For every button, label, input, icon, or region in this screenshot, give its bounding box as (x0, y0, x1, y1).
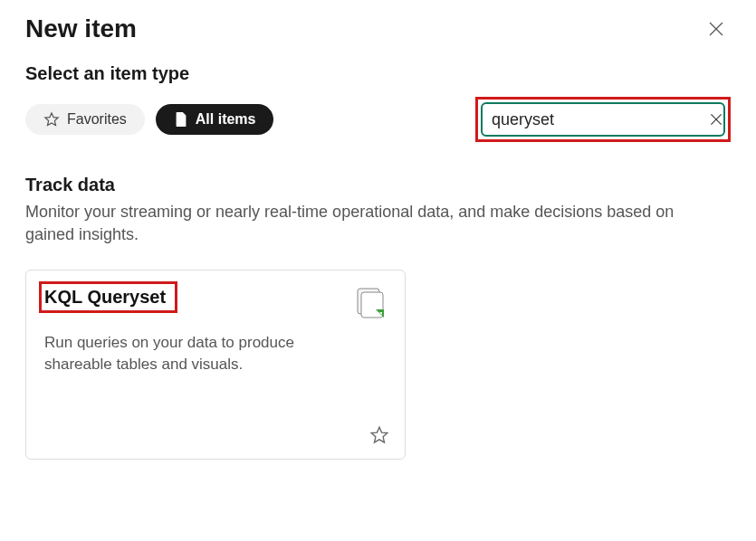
item-card-kql-queryset[interactable]: KQL Queryset Run queries on your data to… (25, 270, 406, 460)
all-items-label: All items (196, 111, 256, 128)
clear-search-button[interactable] (709, 109, 723, 129)
card-title: KQL Queryset (44, 287, 166, 307)
svg-marker-2 (45, 113, 58, 126)
filter-pills: Favorites All items (25, 104, 273, 135)
favorites-label: Favorites (67, 111, 127, 128)
select-item-type-label: Select an item type (25, 63, 731, 84)
star-icon (43, 111, 60, 128)
card-title-highlight-box: KQL Queryset (39, 281, 177, 313)
close-icon (707, 20, 725, 38)
section-title: Track data (25, 175, 731, 195)
favorite-toggle[interactable] (367, 422, 392, 448)
svg-marker-9 (371, 428, 388, 443)
search-highlight-box (475, 97, 731, 142)
clear-icon (709, 112, 723, 127)
close-button[interactable] (702, 14, 731, 43)
document-icon (174, 111, 188, 128)
section-description: Monitor your streaming or nearly real-ti… (25, 201, 713, 246)
search-input[interactable] (492, 110, 702, 129)
all-items-pill[interactable]: All items (156, 104, 274, 135)
favorites-pill[interactable]: Favorites (25, 104, 145, 135)
search-field-container (481, 102, 725, 137)
svg-rect-6 (361, 292, 383, 318)
star-outline-icon (369, 425, 389, 445)
card-description: Run queries on your data to produce shar… (44, 332, 325, 375)
queryset-icon (354, 287, 387, 319)
dialog-title: New item (25, 14, 137, 43)
